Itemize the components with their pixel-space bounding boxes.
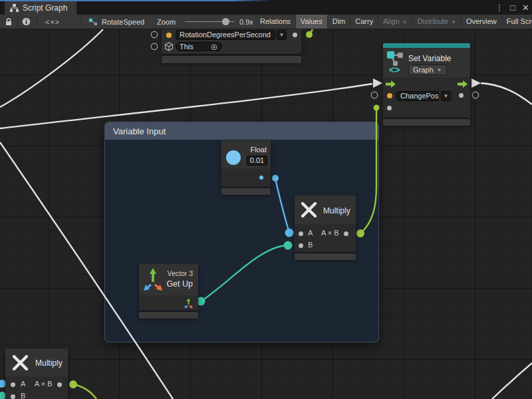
float-icon <box>226 150 241 165</box>
vector3-out-port-icon[interactable] <box>184 298 194 309</box>
graph-toolbar: <×> RotateSpeed Zoom 0.9x Relations Valu… <box>0 15 532 29</box>
node-get-variable-footer[interactable] <box>162 56 301 63</box>
port-label-b: B <box>21 392 25 399</box>
tab-title: Script Graph <box>23 3 67 13</box>
script-graph-window: Variable Input <box>0 0 532 399</box>
output-port[interactable] <box>57 382 62 387</box>
value-out-port[interactable] <box>259 176 263 180</box>
node-float-footer[interactable] <box>221 188 271 195</box>
node-multiply-bottom[interactable]: Multiply A A × B B <box>5 348 68 399</box>
input-port-a[interactable] <box>11 382 15 387</box>
port-label-a: A <box>308 229 313 237</box>
control-in-port[interactable] <box>385 80 396 88</box>
value-in-port[interactable] <box>387 106 392 110</box>
target-value: This <box>180 43 194 51</box>
toolbar-button-distribute[interactable]: Distribute▼ <box>413 15 461 29</box>
toolbar-button-align[interactable]: Align▼ <box>378 15 412 29</box>
output-port[interactable] <box>344 231 348 236</box>
script-graph-icon <box>10 4 19 12</box>
lock-icon[interactable] <box>4 17 13 27</box>
variable-name-value: ChangePos <box>400 92 439 100</box>
zoom-value: 0.9x <box>239 15 253 29</box>
zoom-slider-handle[interactable] <box>222 18 229 25</box>
variable-name-dropdown[interactable]: ChangePos <box>396 91 439 101</box>
tab-bar: Script Graph ⋮ □ ✕ <box>0 0 532 15</box>
node-vector3-footer[interactable] <box>139 312 198 319</box>
gameobject-cube-icon <box>164 42 174 51</box>
node-float-literal[interactable]: Float 0.01 <box>221 140 271 187</box>
port-label-out: A × B <box>321 229 339 237</box>
variable-scope-dropdown[interactable]: Graph ▼ <box>408 65 447 75</box>
target-field[interactable]: This <box>176 42 222 51</box>
node-title: Get Up <box>166 279 193 289</box>
graph-node-icon <box>88 18 98 26</box>
zoom-slider[interactable] <box>185 21 234 22</box>
node-multiply-center-footer[interactable] <box>295 253 356 260</box>
control-out-port[interactable] <box>457 80 468 88</box>
variable-name-dropdown[interactable]: RotationDegreesPerSecond <box>176 30 275 40</box>
chevron-down-icon: ▼ <box>402 19 408 25</box>
node-vector3-get-up[interactable]: Vector 3 Get Up <box>139 264 198 311</box>
node-set-variable-footer[interactable] <box>383 119 470 126</box>
set-variable-accent-bar <box>383 43 470 48</box>
port-label-out: A × B <box>35 380 53 388</box>
code-view-icon[interactable]: <×> <box>45 15 60 29</box>
tab-script-graph[interactable]: Script Graph <box>5 1 76 15</box>
variable-name-value: RotationDegreesPerSecond <box>180 31 271 39</box>
object-picker-icon[interactable] <box>211 44 217 51</box>
scope-value: Graph <box>413 66 434 74</box>
node-title: Multiply <box>323 206 350 215</box>
port-label-a: A <box>21 380 25 388</box>
group-header[interactable]: Variable Input <box>105 122 378 140</box>
group-title: Variable Input <box>113 126 166 136</box>
menu-icon[interactable]: ⋮ <box>495 3 503 13</box>
port-label-b: B <box>308 241 313 249</box>
vector3-icon <box>143 267 163 291</box>
graph-name-button[interactable]: RotateSpeed <box>88 15 144 29</box>
maximize-icon[interactable]: □ <box>510 3 515 13</box>
node-get-variable[interactable]: RotationDegreesPerSecond ▼ This <box>162 29 301 54</box>
chevron-down-icon: ▼ <box>451 19 456 25</box>
set-variable-icon: <> <box>386 51 405 74</box>
toolbar-button-overview[interactable]: Overview <box>462 15 501 29</box>
float-value: 0.01 <box>250 156 264 164</box>
node-set-variable[interactable]: <> Set Variable Graph ▼ ChangePos ▼ <box>383 43 470 118</box>
value-out-port[interactable] <box>459 93 464 98</box>
node-title: Set Variable <box>408 54 451 63</box>
zoom-label: Zoom <box>157 15 176 29</box>
chevron-down-icon[interactable]: ▼ <box>277 30 287 40</box>
chevron-down-icon[interactable]: ▼ <box>441 91 451 101</box>
graph-name: RotateSpeed <box>102 18 144 26</box>
node-title: Multiply <box>35 358 63 368</box>
input-port-b[interactable] <box>11 394 15 399</box>
node-title: Float <box>251 146 267 154</box>
variable-port-icon[interactable] <box>166 33 172 38</box>
node-type-label: Vector 3 <box>167 269 193 277</box>
variable-port-icon[interactable] <box>387 93 392 98</box>
close-icon[interactable]: ✕ <box>522 3 529 13</box>
multiply-icon <box>300 201 318 219</box>
value-out-port[interactable] <box>293 33 297 37</box>
info-icon[interactable] <box>22 17 31 26</box>
chevron-down-icon: ▼ <box>437 67 442 73</box>
node-multiply-center[interactable]: Multiply A A × B B <box>295 196 356 252</box>
svg-text:<>: <> <box>389 65 400 74</box>
multiply-icon <box>11 354 29 372</box>
input-port-b[interactable] <box>299 243 303 248</box>
toolbar-button-fullscreen[interactable]: Full Screen <box>502 15 532 29</box>
toolbar-button-dim[interactable]: Dim <box>328 15 350 29</box>
toolbar-button-carry[interactable]: Carry <box>350 15 378 29</box>
float-value-field[interactable]: 0.01 <box>247 156 267 166</box>
toolbar-button-values[interactable]: Values <box>296 15 327 29</box>
toolbar-button-relations[interactable]: Relations <box>255 15 295 29</box>
input-port-a[interactable] <box>299 231 303 236</box>
